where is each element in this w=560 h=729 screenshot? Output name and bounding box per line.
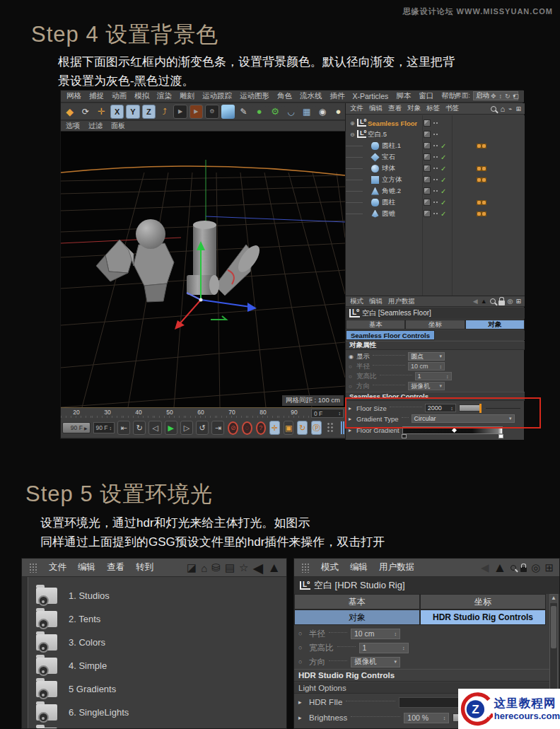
object-manager-menu-item[interactable]: 书签 xyxy=(445,104,459,113)
visibility-dots-icon[interactable] xyxy=(433,156,438,158)
menu-item[interactable]: 运动图形 xyxy=(240,91,269,101)
transport-button[interactable]: ↺ xyxy=(196,421,209,435)
forward-icon[interactable]: ▲ xyxy=(267,560,281,576)
browser-menu-item[interactable]: 文件 xyxy=(49,561,66,573)
render-picture-viewer-icon[interactable]: ▶ xyxy=(189,105,203,119)
material-tag-icon[interactable] xyxy=(477,211,486,216)
tab-coordinates[interactable]: 坐标 xyxy=(420,594,546,610)
tree-row[interactable]: 圆柱.1 ✓ xyxy=(346,140,525,151)
object-label[interactable]: 圆柱 xyxy=(382,198,395,207)
object-label[interactable]: 圆锥 xyxy=(382,209,395,218)
browser-menu-item[interactable]: 查看 xyxy=(107,561,124,573)
hdr-menu-item[interactable]: 用户数据 xyxy=(379,561,414,573)
new-panel-icon[interactable]: ⊞ xyxy=(544,561,554,574)
catalog-icon[interactable]: ▤ xyxy=(225,561,235,574)
draw-icon[interactable]: ◪ xyxy=(187,561,197,574)
timeline-slider[interactable]: 90 F▶ xyxy=(62,422,91,433)
dots-grid-icon[interactable] xyxy=(327,422,334,433)
object-label[interactable]: Seamless Floor xyxy=(368,119,417,127)
viewport-menu-item[interactable]: 过滤 xyxy=(88,121,103,131)
tree-row[interactable]: ⊕ Seamless Floor ✓ xyxy=(346,117,525,129)
enabled-check-icon[interactable]: ✓ xyxy=(441,176,446,184)
expand-icon[interactable]: ⊕ xyxy=(350,120,356,127)
viewport-menu-item[interactable]: 面板 xyxy=(111,121,125,131)
transport-button[interactable]: ↻ xyxy=(133,421,146,435)
object-manager-menu-item[interactable]: 编辑 xyxy=(369,104,383,113)
lock-icon[interactable] xyxy=(520,567,527,572)
record-button[interactable]: ◌ xyxy=(242,421,252,435)
lock-icon[interactable] xyxy=(498,301,505,305)
history-back-icon[interactable]: ◀ xyxy=(481,561,489,574)
attribute-menu-item[interactable]: 用户数据 xyxy=(388,297,415,306)
menu-item[interactable]: 运动跟踪 xyxy=(202,91,232,101)
viewport-menu-item[interactable]: 选项 xyxy=(66,121,80,131)
maximize-icon[interactable]: ▢ xyxy=(513,93,519,100)
panel-grip-icon[interactable] xyxy=(29,563,37,573)
enabled-check-icon[interactable]: ✓ xyxy=(441,187,446,195)
attribute-tab[interactable]: 对象 xyxy=(465,320,525,329)
menu-item[interactable]: 插件 xyxy=(330,91,345,101)
transport-button[interactable]: ◁ xyxy=(148,421,161,435)
row-control[interactable]: 摄像机 ▾ xyxy=(351,657,400,667)
hdr-menu-item[interactable]: 模式 xyxy=(321,561,339,573)
target-icon[interactable]: ◎ xyxy=(531,561,540,574)
menu-item[interactable]: 捕捉 xyxy=(89,91,104,101)
row-state-icon[interactable]: ◉ xyxy=(349,354,356,360)
search-icon[interactable] xyxy=(490,298,496,304)
browser-menu-item[interactable]: 编辑 xyxy=(78,561,95,573)
row-state-icon[interactable]: ▸ xyxy=(298,699,309,706)
back-icon[interactable]: ◀ xyxy=(253,560,264,576)
tab-object[interactable]: 对象 xyxy=(294,610,420,625)
enabled-check-icon[interactable]: ✓ xyxy=(441,153,446,161)
gradient-left-knot[interactable] xyxy=(402,434,407,438)
cursor-icon[interactable]: ▲ xyxy=(481,298,487,305)
object-manager-menu-item[interactable]: 对象 xyxy=(407,104,421,113)
tree-row[interactable]: 圆柱 ✓ xyxy=(346,197,525,208)
attribute-menu-item[interactable]: 模式 xyxy=(350,297,363,306)
attribute-tab[interactable]: 基本 xyxy=(346,320,405,329)
layer-icon[interactable] xyxy=(424,119,431,127)
record-button[interactable]: ? xyxy=(256,421,267,435)
row-control[interactable]: 1 ↕ xyxy=(415,372,452,380)
scroll-thumb[interactable] xyxy=(551,606,556,648)
controls-tab[interactable]: Seamless Floor Controls xyxy=(346,330,435,340)
visibility-dots-icon[interactable] xyxy=(433,133,438,136)
attribute-menu-item[interactable]: 编辑 xyxy=(369,297,383,306)
browser-menu-item[interactable]: 转到 xyxy=(136,561,153,573)
x-axis-button[interactable]: X xyxy=(110,105,124,119)
object-label[interactable]: 空白.5 xyxy=(368,130,387,139)
tab-hdr-controls[interactable]: HDR Studio Rig Controls xyxy=(420,610,546,625)
object-label[interactable]: 宝石 xyxy=(382,153,395,162)
preset-jar-icon[interactable]: ⛁ xyxy=(211,561,221,574)
orbit-icon[interactable]: ↻ xyxy=(505,93,511,100)
row-state-icon[interactable]: ○ xyxy=(298,658,309,665)
deformer-icon[interactable]: ◡ xyxy=(284,105,298,119)
max-frame-field[interactable]: 90 F↕ xyxy=(93,422,115,433)
history-back-icon[interactable]: ◀ xyxy=(473,298,478,305)
row-control[interactable]: 1 ↕ xyxy=(359,643,409,653)
coordinate-system-icon[interactable]: ⤴ xyxy=(158,105,171,119)
layer-icon[interactable] xyxy=(424,187,431,194)
material-tag-icon[interactable] xyxy=(477,177,486,182)
menu-item[interactable]: 网格 xyxy=(66,91,81,101)
layer-icon[interactable] xyxy=(424,199,431,206)
layer-icon[interactable] xyxy=(424,131,431,138)
timeline-handle-icon[interactable] xyxy=(340,421,345,435)
row-state-icon[interactable]: ○ xyxy=(298,644,309,651)
scroll-up-icon[interactable]: ▲ xyxy=(550,595,557,603)
folder-item[interactable]: 4. Simple xyxy=(36,654,107,677)
camera-icon[interactable]: ◉ xyxy=(315,105,329,119)
pan-icon[interactable]: ✥ xyxy=(491,93,496,100)
visibility-dots-icon[interactable] xyxy=(433,201,438,204)
visibility-dots-icon[interactable] xyxy=(433,122,438,124)
pen-spline-icon[interactable]: ✎ xyxy=(237,105,250,119)
menu-item[interactable]: 脚本 xyxy=(396,91,411,101)
cursor-icon[interactable]: ▲ xyxy=(494,560,507,576)
y-axis-button[interactable]: Y xyxy=(126,105,139,119)
enabled-check-icon[interactable]: ✓ xyxy=(441,199,446,206)
transport-button[interactable]: ▶ xyxy=(165,421,177,435)
folder-item[interactable]: 6. SingleLights xyxy=(36,701,129,724)
key-toggle-button[interactable]: ▣ xyxy=(284,421,294,435)
layer-icon[interactable] xyxy=(424,165,431,172)
menu-item[interactable]: 角色 xyxy=(277,91,292,101)
